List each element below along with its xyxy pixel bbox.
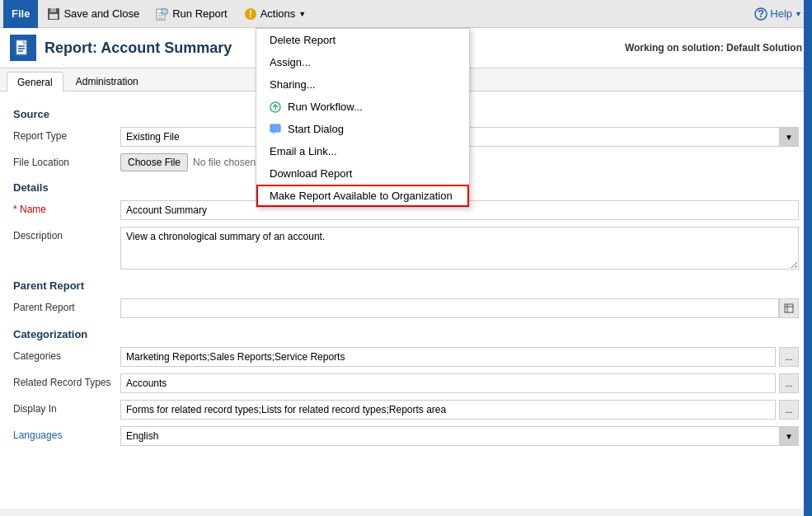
categories-label: Categories bbox=[13, 347, 120, 362]
delete-report-item[interactable]: Delete Report bbox=[256, 29, 469, 51]
make-available-item[interactable]: Make Report Available to Organization bbox=[256, 185, 469, 207]
actions-dropdown: Delete Report Assign... Sharing... Run W… bbox=[256, 28, 470, 208]
display-in-label: Display In bbox=[13, 400, 120, 415]
actions-button[interactable]: ! Actions ▼ bbox=[237, 4, 314, 24]
parent-report-input[interactable] bbox=[120, 298, 779, 318]
svg-text:?: ? bbox=[758, 7, 764, 20]
sharing-item[interactable]: Sharing... bbox=[256, 73, 469, 96]
solution-text: Working on solution: Default Solution bbox=[625, 42, 802, 54]
sharing-label: Sharing... bbox=[270, 78, 316, 91]
languages-row: Languages English ▼ bbox=[13, 426, 799, 446]
download-report-item[interactable]: Download Report bbox=[256, 162, 469, 185]
actions-chevron: ▼ bbox=[298, 10, 306, 18]
display-in-lookup-button[interactable]: ... bbox=[779, 400, 799, 420]
svg-rect-1 bbox=[50, 8, 56, 12]
categories-lookup-button[interactable]: ... bbox=[779, 347, 799, 367]
actions-label: Actions bbox=[260, 7, 296, 20]
svg-text:!: ! bbox=[249, 7, 252, 20]
no-file-text: No file chosen bbox=[193, 157, 256, 168]
toolbar: File Save and Close Run Report ! Actions… bbox=[0, 0, 812, 28]
run-report-button[interactable]: Run Report bbox=[148, 4, 234, 24]
related-record-lookup-button[interactable]: ... bbox=[779, 373, 799, 393]
actions-icon: ! bbox=[244, 7, 257, 21]
help-icon: ? bbox=[754, 7, 767, 21]
parent-report-lookup bbox=[120, 298, 799, 318]
floppy-icon bbox=[47, 7, 60, 21]
categories-input[interactable] bbox=[120, 347, 776, 367]
make-available-label: Make Report Available to Organization bbox=[270, 190, 453, 202]
description-label: Description bbox=[13, 227, 120, 242]
run-workflow-item[interactable]: Run Workflow... bbox=[256, 96, 469, 118]
svg-rect-2 bbox=[49, 14, 58, 19]
help-chevron: ▼ bbox=[795, 10, 802, 18]
related-record-row: Related Record Types ... bbox=[13, 373, 799, 393]
assign-item[interactable]: Assign... bbox=[256, 51, 469, 73]
lookup-icon bbox=[784, 303, 794, 313]
download-report-label: Download Report bbox=[270, 167, 352, 180]
help-label: Help bbox=[770, 7, 792, 20]
start-dialog-label: Start Dialog bbox=[288, 123, 344, 135]
languages-wrapper: English ▼ bbox=[120, 426, 799, 446]
description-row: Description bbox=[13, 227, 799, 270]
languages-label: Languages bbox=[13, 426, 120, 441]
svg-rect-22 bbox=[270, 124, 280, 132]
parent-report-row: Parent Report bbox=[13, 298, 799, 318]
parent-report-lookup-button[interactable] bbox=[779, 298, 799, 318]
file-button[interactable]: File bbox=[3, 0, 38, 28]
save-close-label: Save and Close bbox=[63, 7, 139, 20]
run-report-icon bbox=[156, 7, 169, 21]
right-border bbox=[804, 0, 812, 516]
parent-report-section-title: Parent Report bbox=[13, 279, 799, 292]
file-location-label: File Location bbox=[13, 153, 120, 168]
report-icon bbox=[10, 35, 36, 61]
delete-report-label: Delete Report bbox=[270, 34, 336, 46]
display-in-row: Display In ... bbox=[13, 400, 799, 420]
dialog-icon bbox=[270, 124, 281, 135]
email-link-item[interactable]: Email a Link... bbox=[256, 140, 469, 162]
assign-label: Assign... bbox=[270, 56, 311, 68]
languages-select[interactable]: English bbox=[120, 426, 799, 446]
tab-administration[interactable]: Administration bbox=[65, 72, 149, 91]
workflow-icon bbox=[270, 101, 281, 113]
name-label: Name bbox=[13, 200, 120, 215]
start-dialog-item[interactable]: Start Dialog bbox=[256, 118, 469, 140]
page-title: Report: Account Summary bbox=[45, 40, 232, 57]
email-link-label: Email a Link... bbox=[270, 145, 337, 157]
parent-report-label: Parent Report bbox=[13, 298, 120, 313]
tab-general[interactable]: General bbox=[7, 72, 63, 91]
svg-marker-23 bbox=[273, 132, 275, 134]
save-and-close-button[interactable]: Save and Close bbox=[40, 4, 147, 24]
categories-row: Categories ... bbox=[13, 347, 799, 367]
choose-file-button[interactable]: Choose File bbox=[120, 153, 188, 171]
description-textarea[interactable] bbox=[120, 227, 799, 270]
run-workflow-label: Run Workflow... bbox=[288, 101, 363, 113]
related-record-label: Related Record Types bbox=[13, 373, 120, 388]
related-record-input[interactable] bbox=[120, 373, 776, 393]
display-in-input[interactable] bbox=[120, 400, 776, 420]
help-button[interactable]: ? Help ▼ bbox=[748, 5, 809, 23]
categorization-section-title: Categorization bbox=[13, 328, 799, 340]
svg-rect-17 bbox=[785, 304, 793, 312]
run-report-label: Run Report bbox=[172, 7, 227, 20]
report-type-label: Report Type bbox=[13, 127, 120, 142]
